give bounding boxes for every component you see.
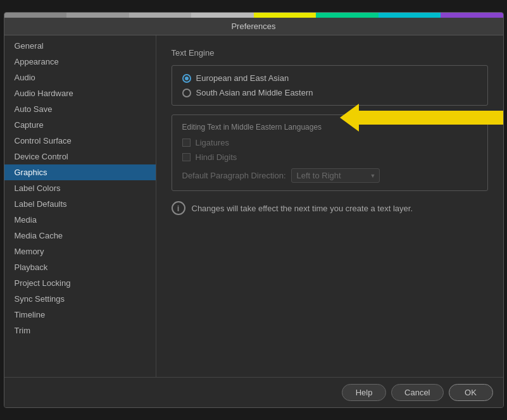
preferences-dialog: Preferences General Appearance Audio Aud… bbox=[4, 12, 504, 408]
sidebar-item-memory[interactable]: Memory bbox=[4, 244, 156, 259]
help-button[interactable]: Help bbox=[342, 384, 386, 401]
info-text: Changes will take effect the next time y… bbox=[192, 202, 413, 215]
sidebar-item-label-defaults[interactable]: Label Defaults bbox=[4, 196, 156, 212]
checkbox-hindi-digits[interactable] bbox=[182, 153, 191, 161]
sidebar-item-timeline[interactable]: Timeline bbox=[4, 307, 156, 323]
title-bar: Preferences bbox=[4, 18, 503, 35]
arrow-head bbox=[340, 104, 359, 132]
info-row: i Changes will take effect the next time… bbox=[172, 201, 488, 215]
rainbow-seg-2 bbox=[66, 13, 129, 18]
rainbow-bar bbox=[4, 13, 503, 18]
sidebar-item-capture[interactable]: Capture bbox=[4, 117, 156, 133]
radio-circle-2 bbox=[182, 89, 191, 97]
cancel-button[interactable]: Cancel bbox=[391, 384, 443, 401]
sidebar-item-audio[interactable]: Audio bbox=[4, 70, 156, 85]
sidebar-item-trim[interactable]: Trim bbox=[4, 323, 156, 338]
sidebar-item-media[interactable]: Media bbox=[4, 212, 156, 228]
radio-south-asian-middle-eastern[interactable]: South Asian and Middle Eastern bbox=[182, 88, 477, 97]
checkbox-hindi-digits-row[interactable]: Hindi Digits bbox=[182, 152, 477, 162]
sidebar-item-playback[interactable]: Playback bbox=[4, 259, 156, 275]
text-engine-box: European and East Asian South Asian and … bbox=[172, 65, 488, 106]
sidebar-item-graphics[interactable]: Graphics bbox=[4, 164, 156, 180]
main-content: Text Engine European and East Asian Sout… bbox=[156, 35, 503, 377]
rainbow-seg-8 bbox=[441, 13, 503, 18]
sidebar: General Appearance Audio Audio Hardware … bbox=[4, 35, 156, 377]
checkbox-ligatures[interactable] bbox=[182, 139, 191, 147]
sidebar-item-label-colors[interactable]: Label Colors bbox=[4, 180, 156, 196]
rainbow-seg-5 bbox=[254, 13, 316, 18]
radio-european-east-asian[interactable]: European and East Asian bbox=[182, 73, 477, 83]
rainbow-seg-4 bbox=[191, 13, 254, 18]
radio-label-2: South Asian and Middle Eastern bbox=[196, 88, 313, 97]
rainbow-seg-6 bbox=[316, 13, 379, 18]
dialog-body: General Appearance Audio Audio Hardware … bbox=[4, 35, 503, 377]
rainbow-seg-1 bbox=[4, 13, 67, 18]
sidebar-item-general[interactable]: General bbox=[4, 38, 156, 54]
radio-circle-1 bbox=[182, 74, 191, 83]
ok-button[interactable]: OK bbox=[449, 384, 493, 401]
rainbow-seg-3 bbox=[129, 13, 192, 18]
rainbow-seg-7 bbox=[379, 13, 441, 18]
sidebar-item-auto-save[interactable]: Auto Save bbox=[4, 101, 156, 117]
sidebar-item-control-surface[interactable]: Control Surface bbox=[4, 133, 156, 149]
sidebar-item-audio-hardware[interactable]: Audio Hardware bbox=[4, 85, 156, 101]
annotation-arrow bbox=[340, 104, 504, 132]
checkbox-ligatures-label: Ligatures bbox=[196, 138, 229, 147]
text-engine-title: Text Engine bbox=[172, 48, 488, 58]
sidebar-item-project-locking[interactable]: Project Locking bbox=[4, 275, 156, 291]
paragraph-direction-row: Default Paragraph Direction: Left to Rig… bbox=[182, 168, 477, 183]
direction-label: Default Paragraph Direction: bbox=[182, 171, 286, 180]
direction-select-wrapper: Left to Right Right to Left bbox=[291, 168, 380, 183]
checkbox-hindi-digits-label: Hindi Digits bbox=[196, 152, 237, 162]
radio-label-1: European and East Asian bbox=[196, 73, 289, 83]
checkbox-ligatures-row[interactable]: Ligatures bbox=[182, 138, 477, 147]
info-icon: i bbox=[172, 201, 185, 215]
sidebar-item-appearance[interactable]: Appearance bbox=[4, 54, 156, 70]
dialog-title: Preferences bbox=[231, 22, 275, 31]
dialog-footer: Help Cancel OK bbox=[4, 377, 503, 407]
sidebar-item-device-control[interactable]: Device Control bbox=[4, 149, 156, 164]
direction-select[interactable]: Left to Right Right to Left bbox=[291, 168, 380, 183]
sidebar-item-media-cache[interactable]: Media Cache bbox=[4, 228, 156, 244]
arrow-body bbox=[359, 111, 504, 125]
sidebar-item-sync-settings[interactable]: Sync Settings bbox=[4, 291, 156, 307]
